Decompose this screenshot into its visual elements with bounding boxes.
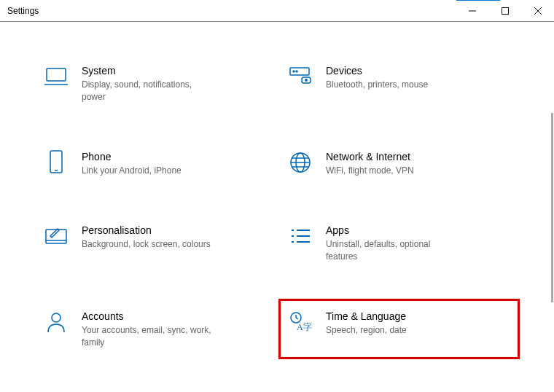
tile-title: Devices — [326, 64, 510, 77]
tile-phone[interactable]: Phone Link your Android, iPhone — [36, 144, 273, 183]
svg-point-10 — [305, 79, 307, 81]
svg-point-7 — [293, 71, 294, 72]
minimize-button[interactable] — [456, 0, 488, 22]
svg-point-8 — [296, 71, 297, 72]
tile-desc: Your accounts, email, sync, work, family — [82, 324, 213, 349]
tile-apps[interactable]: Apps Uninstall, defaults, optional featu… — [281, 218, 518, 269]
tile-title: Accounts — [82, 310, 266, 323]
tile-title: System — [82, 64, 266, 77]
svg-line-29 — [296, 318, 298, 319]
tile-title: Time & Language — [326, 310, 510, 323]
tile-desc: Background, lock screen, colours — [82, 238, 213, 251]
svg-rect-11 — [50, 151, 62, 173]
accent-indicator — [456, 0, 500, 1]
tile-network[interactable]: Network & Internet WiFi, flight mode, VP… — [281, 144, 518, 183]
tile-devices[interactable]: Devices Bluetooth, printers, mouse — [281, 58, 518, 109]
svg-rect-18 — [46, 230, 66, 243]
tile-time-language[interactable]: A字 Time & Language Speech, region, date — [278, 299, 520, 360]
tile-system[interactable]: System Display, sound, notifications, po… — [36, 58, 273, 109]
close-button[interactable] — [521, 0, 554, 22]
tile-desc: Speech, region, date — [326, 324, 457, 337]
settings-home: System Display, sound, notifications, po… — [0, 22, 554, 392]
tile-personalisation[interactable]: Personalisation Background, lock screen,… — [36, 218, 273, 269]
window-controls — [456, 0, 554, 21]
tile-desc: Uninstall, defaults, optional features — [326, 238, 457, 263]
tile-desc: Link your Android, iPhone — [82, 165, 213, 177]
tile-title: Phone — [82, 150, 266, 163]
tile-desc: Bluetooth, printers, mouse — [326, 79, 457, 91]
svg-point-26 — [52, 313, 61, 322]
devices-icon — [288, 64, 313, 89]
window-title: Settings — [7, 6, 39, 16]
tile-title: Personalisation — [82, 224, 266, 237]
titlebar: Settings — [0, 0, 554, 22]
tile-accounts[interactable]: Accounts Your accounts, email, sync, wor… — [36, 304, 273, 355]
accounts-icon — [44, 310, 69, 334]
system-icon — [44, 64, 69, 89]
tile-desc: WiFi, flight mode, VPN — [326, 165, 457, 177]
tile-desc: Display, sound, notifications, power — [82, 79, 213, 103]
settings-grid: System Display, sound, notifications, po… — [36, 58, 518, 392]
time-language-icon: A字 — [288, 310, 313, 334]
scrollbar[interactable] — [551, 113, 553, 302]
tile-gaming[interactable]: Gaming — [36, 389, 273, 392]
tile-ease-of-access[interactable]: Ease of Access — [281, 389, 518, 392]
svg-text:字: 字 — [303, 322, 312, 332]
tile-title: Network & Internet — [326, 150, 510, 163]
svg-text:A: A — [297, 322, 303, 332]
tile-title: Apps — [326, 224, 510, 237]
svg-rect-4 — [47, 68, 66, 81]
apps-icon — [288, 224, 313, 248]
phone-icon — [44, 150, 69, 175]
svg-rect-1 — [502, 8, 508, 15]
maximize-button[interactable] — [488, 0, 521, 22]
personalisation-icon — [44, 224, 69, 248]
globe-icon — [288, 150, 313, 175]
